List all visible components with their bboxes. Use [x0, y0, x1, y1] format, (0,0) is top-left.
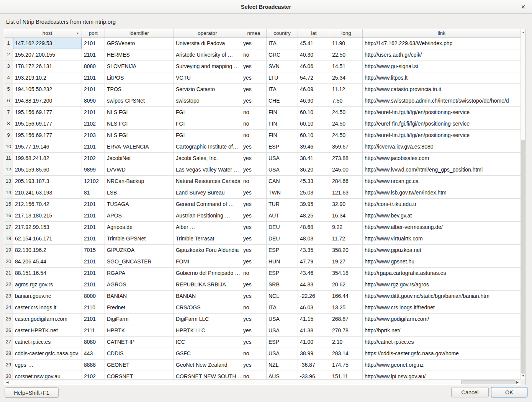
- cell-link[interactable]: http://www.jacobisales.com: [363, 153, 521, 164]
- cell-link[interactable]: http://www.geonet.org.nz: [363, 360, 521, 371]
- cell-lat[interactable]: 60.10: [298, 107, 330, 118]
- cell-operator[interactable]: FGI: [174, 130, 241, 141]
- cell-nmea[interactable]: yes: [241, 245, 267, 256]
- cell-port[interactable]: 8080: [82, 337, 105, 348]
- cell-lat[interactable]: 47.79: [298, 256, 330, 268]
- row-number[interactable]: 30: [4, 371, 13, 379]
- row-number[interactable]: 29: [4, 360, 13, 371]
- cell-operator[interactable]: GeoNet New Zealand: [174, 360, 241, 371]
- table-row[interactable]: 1147.162.229.532101GPSVenetoUniversita d…: [4, 38, 521, 49]
- cell-port[interactable]: 12102: [82, 176, 105, 187]
- cell-link[interactable]: http://www.litpos.lt: [363, 72, 521, 84]
- cell-long[interactable]: 273.88: [330, 153, 363, 164]
- table-row[interactable]: 10195.77.19.1462101ERVA-VALENCIACartogra…: [4, 141, 521, 153]
- cell-port[interactable]: 2101: [82, 141, 105, 153]
- cell-host[interactable]: 84.206.45.44: [13, 256, 82, 268]
- cell-long[interactable]: 283.14: [330, 348, 363, 360]
- cell-host[interactable]: caster.crs.inogs.it: [13, 302, 82, 314]
- cell-link[interactable]: http://icverva.icv.gva.es:8080: [363, 141, 521, 153]
- cell-long[interactable]: 9.22: [330, 222, 363, 233]
- cell-nmea[interactable]: yes: [241, 164, 267, 176]
- cell-nmea[interactable]: no: [241, 49, 267, 61]
- vertical-scroll-thumb[interactable]: [521, 140, 525, 374]
- cell-long[interactable]: 22.50: [330, 49, 363, 61]
- row-number[interactable]: 5: [4, 84, 13, 95]
- cell-lat[interactable]: 45.41: [298, 38, 330, 49]
- table-row[interactable]: 1862.154.166.1712101Trimble GPSNetTrimbl…: [4, 233, 521, 245]
- cell-identifier[interactable]: AGROS: [105, 279, 174, 291]
- table-row[interactable]: 14210.241.63.19381LSBLand Survey Bureauy…: [4, 187, 521, 199]
- cell-nmea[interactable]: yes: [241, 72, 267, 84]
- cell-operator[interactable]: Surveying and mapping …: [174, 61, 241, 72]
- cell-operator[interactable]: Cartographic Institute of…: [174, 141, 241, 153]
- cell-port[interactable]: 2102: [82, 153, 105, 164]
- cell-port[interactable]: 2101: [82, 107, 105, 118]
- cell-long[interactable]: 358.20: [330, 245, 363, 256]
- cell-operator[interactable]: FOMI: [174, 256, 241, 268]
- cell-operator[interactable]: Gobierno del Principado …: [174, 268, 241, 279]
- cell-operator[interactable]: Austrian Positioning …: [174, 210, 241, 222]
- scroll-up-icon[interactable]: ▲: [521, 29, 525, 36]
- cell-operator[interactable]: Aristotle University of …: [174, 49, 241, 61]
- cell-link[interactable]: http://www.dittt.gouv.nc/static/bgn/bani…: [363, 291, 521, 302]
- cell-nmea[interactable]: yes: [241, 325, 267, 337]
- cell-host[interactable]: corsnet.nsw.gov.au: [13, 371, 82, 379]
- cell-lat[interactable]: 45.33: [298, 176, 330, 187]
- cell-host[interactable]: 178.172.26.131: [13, 61, 82, 72]
- table-row[interactable]: 1982.130.196.27015GIPUZKOAGipuzkoako For…: [4, 245, 521, 256]
- cell-long[interactable]: 25.34: [330, 72, 363, 84]
- cell-long[interactable]: 151.11: [330, 371, 363, 379]
- cell-country[interactable]: AUT: [267, 210, 298, 222]
- table-row[interactable]: 29cgps-…8888GEONETGeoNet New ZealandyesN…: [4, 360, 521, 371]
- cell-host[interactable]: 217.92.99.153: [13, 222, 82, 233]
- row-number[interactable]: 12: [4, 164, 13, 176]
- cell-nmea[interactable]: yes: [241, 222, 267, 233]
- row-number[interactable]: 6: [4, 95, 13, 107]
- cell-nmea[interactable]: yes: [241, 153, 267, 164]
- cell-nmea[interactable]: yes: [241, 256, 267, 268]
- cell-identifier[interactable]: LitPOS: [105, 72, 174, 84]
- row-number[interactable]: 11: [4, 153, 13, 164]
- cell-operator[interactable]: REPUBLIKA SRBIJA: [174, 279, 241, 291]
- cell-identifier[interactable]: JacobiNet: [105, 153, 174, 164]
- cell-lat[interactable]: 25.03: [298, 187, 330, 199]
- cell-link[interactable]: http://www.gu-signal.si: [363, 61, 521, 72]
- column-header-nmea[interactable]: nmea: [241, 29, 267, 38]
- cell-country[interactable]: FIN: [267, 118, 298, 130]
- cell-lat[interactable]: 41.15: [298, 314, 330, 325]
- cell-host[interactable]: 193.219.10.2: [13, 72, 82, 84]
- table-row[interactable]: 12205.159.85.609899LVVWDLas Vegas Valley…: [4, 164, 521, 176]
- cell-lat[interactable]: 60.10: [298, 130, 330, 141]
- cell-host[interactable]: caster.HPRTK.net: [13, 325, 82, 337]
- cell-long[interactable]: 24.50: [330, 118, 363, 130]
- cell-long[interactable]: 268.87: [330, 314, 363, 325]
- cell-long[interactable]: 359.67: [330, 141, 363, 153]
- cell-port[interactable]: 2111: [82, 325, 105, 337]
- cell-link[interactable]: http://www.lpi.nsw.gov.au/: [363, 371, 521, 379]
- cancel-button[interactable]: Cancel: [451, 387, 489, 397]
- cell-port[interactable]: 2101: [82, 256, 105, 268]
- table-row[interactable]: 8195.156.69.1772102NLS FGIFGInoFIN60.102…: [4, 118, 521, 130]
- cell-identifier[interactable]: Trimble GPSNet: [105, 233, 174, 245]
- cell-country[interactable]: SRB: [267, 279, 298, 291]
- cell-long[interactable]: 11.72: [330, 233, 363, 245]
- cell-port[interactable]: 2101: [82, 210, 105, 222]
- cell-link[interactable]: http://euref-fin.fgi.fi/fgi/en/positioni…: [363, 107, 521, 118]
- cell-long[interactable]: 14.51: [330, 61, 363, 72]
- cell-identifier[interactable]: HPRTK: [105, 325, 174, 337]
- cell-operator[interactable]: Universita di Padova: [174, 38, 241, 49]
- cell-nmea[interactable]: yes: [241, 291, 267, 302]
- row-number[interactable]: 27: [4, 337, 13, 348]
- column-header-operator[interactable]: operator: [174, 29, 241, 38]
- cell-lat[interactable]: 48.03: [298, 233, 330, 245]
- cell-nmea[interactable]: yes: [241, 360, 267, 371]
- row-number[interactable]: 1: [4, 38, 13, 49]
- cell-port[interactable]: 7015: [82, 245, 105, 256]
- cell-nmea[interactable]: no: [241, 118, 267, 130]
- cell-nmea[interactable]: no: [241, 107, 267, 118]
- cell-link[interactable]: http://147.162.229.63/Web/index.php: [363, 38, 521, 49]
- column-header-lat[interactable]: lat: [298, 29, 330, 38]
- cell-link[interactable]: http://www.nrcan.gc.ca: [363, 176, 521, 187]
- table-row[interactable]: 28cddis-caster.gsfc.nasa.gov443CDDISGSFC…: [4, 348, 521, 360]
- cell-host[interactable]: cddis-caster.gsfc.nasa.gov: [13, 348, 82, 360]
